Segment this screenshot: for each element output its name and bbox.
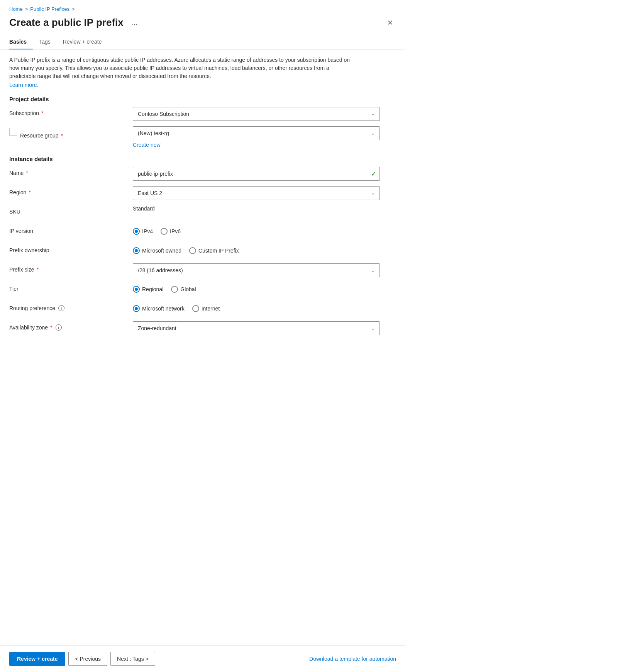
breadcrumb-sep1: > — [25, 6, 28, 12]
az-chevron-icon: ⌄ — [371, 326, 375, 331]
prefix-ownership-row: Prefix ownership Microsoft owned Custom … — [9, 244, 396, 258]
tier-label: Tier — [9, 283, 133, 292]
tier-row: Tier Regional Global — [9, 283, 396, 297]
availability-zone-select[interactable]: Zone-redundant ⌄ — [133, 321, 380, 335]
rg-chevron-icon: ⌄ — [371, 131, 375, 136]
subscription-select[interactable]: Contoso Subscription ⌄ — [133, 107, 380, 121]
prefix-size-label: Prefix size * — [9, 263, 133, 273]
rg-indent-decoration — [9, 128, 17, 136]
subscription-row: Subscription * Contoso Subscription ⌄ — [9, 107, 396, 121]
region-control: East US 2 ⌄ — [133, 186, 380, 200]
global-label: Global — [180, 286, 196, 292]
internet-label: Internet — [202, 305, 220, 312]
prefix-ownership-custom-option[interactable]: Custom IP Prefix — [189, 247, 239, 254]
routing-preference-radio-group: Microsoft network Internet — [133, 302, 380, 312]
name-control: ✓ — [133, 167, 380, 181]
microsoft-owned-radio-circle[interactable] — [133, 247, 140, 254]
microsoft-network-radio-circle[interactable] — [133, 305, 140, 312]
custom-ip-prefix-radio-circle[interactable] — [189, 247, 196, 254]
prefix-ownership-microsoft-option[interactable]: Microsoft owned — [133, 247, 181, 254]
prefix-size-select[interactable]: /28 (16 addresses) ⌄ — [133, 263, 380, 277]
availability-zone-info-icon[interactable]: i — [56, 324, 62, 331]
tier-regional-option[interactable]: Regional — [133, 286, 163, 293]
ipv4-radio-circle[interactable] — [133, 228, 140, 235]
prefix-size-value: /28 (16 addresses) — [138, 267, 183, 273]
create-new-link[interactable]: Create new — [133, 142, 380, 148]
tier-global-option[interactable]: Global — [171, 286, 196, 293]
prefix-size-chevron-icon: ⌄ — [371, 268, 375, 273]
microsoft-network-label: Microsoft network — [142, 305, 185, 312]
routing-preference-row: Routing preference i Microsoft network I… — [9, 302, 396, 316]
breadcrumb-prefixes[interactable]: Public IP Prefixes — [30, 6, 69, 12]
close-button[interactable]: ✕ — [384, 17, 396, 29]
prefix-ownership-radio-group: Microsoft owned Custom IP Prefix — [133, 244, 380, 254]
prefix-size-row: Prefix size * /28 (16 addresses) ⌄ — [9, 263, 396, 277]
page-title: Create a public IP prefix — [9, 17, 124, 29]
region-row: Region * East US 2 ⌄ — [9, 186, 396, 200]
resource-group-select[interactable]: (New) test-rg ⌄ — [133, 126, 380, 140]
availability-zone-control: Zone-redundant ⌄ — [133, 321, 380, 335]
routing-internet-option[interactable]: Internet — [192, 305, 220, 312]
tab-basics[interactable]: Basics — [9, 35, 33, 49]
global-radio-circle[interactable] — [171, 286, 178, 293]
page-header: Create a public IP prefix ... ✕ — [0, 15, 405, 35]
routing-preference-control: Microsoft network Internet — [133, 302, 380, 312]
sku-value: Standard — [133, 202, 155, 212]
learn-more-link[interactable]: Learn more. — [9, 82, 38, 88]
form-content: A Public IP prefix is a range of contigu… — [0, 56, 405, 350]
sku-label: SKU — [9, 205, 133, 215]
sku-row: SKU Standard — [9, 205, 396, 219]
microsoft-owned-label: Microsoft owned — [142, 248, 181, 254]
subscription-value: Contoso Subscription — [138, 111, 189, 117]
subscription-chevron-icon: ⌄ — [371, 111, 375, 117]
region-select[interactable]: East US 2 ⌄ — [133, 186, 380, 200]
name-valid-icon: ✓ — [371, 170, 376, 178]
routing-preference-label: Routing preference i — [9, 302, 133, 311]
subscription-label: Subscription * — [9, 107, 133, 116]
ipv6-radio-circle[interactable] — [161, 228, 168, 235]
subscription-control: Contoso Subscription ⌄ — [133, 107, 380, 121]
prefix-size-required: * — [37, 266, 39, 273]
ipv6-label: IPv6 — [170, 228, 181, 234]
regional-radio-circle[interactable] — [133, 286, 140, 293]
resource-group-row: Resource group * (New) test-rg ⌄ Create … — [9, 126, 396, 148]
name-required: * — [26, 170, 28, 176]
prefix-ownership-control: Microsoft owned Custom IP Prefix — [133, 244, 380, 254]
internet-radio-circle[interactable] — [192, 305, 199, 312]
ellipsis-button[interactable]: ... — [128, 17, 141, 29]
prefix-size-control: /28 (16 addresses) ⌄ — [133, 263, 380, 277]
name-input[interactable] — [133, 167, 380, 181]
availability-zone-value: Zone-redundant — [138, 325, 176, 331]
tier-control: Regional Global — [133, 283, 380, 293]
region-required: * — [29, 189, 30, 195]
ip-version-radio-group: IPv4 IPv6 — [133, 225, 380, 235]
availability-zone-label: Availability zone * i — [9, 321, 133, 331]
rg-required: * — [61, 132, 63, 139]
ip-version-control: IPv4 IPv6 — [133, 225, 380, 235]
name-label: Name * — [9, 167, 133, 176]
routing-preference-info-icon[interactable]: i — [58, 305, 64, 311]
regional-label: Regional — [142, 286, 163, 292]
resource-group-label-wrapper: Resource group * — [9, 126, 133, 139]
az-required: * — [50, 324, 52, 331]
subscription-required: * — [41, 110, 43, 116]
tab-tags[interactable]: Tags — [39, 35, 57, 49]
ip-version-row: IP version IPv4 IPv6 — [9, 225, 396, 239]
prefix-ownership-label: Prefix ownership — [9, 244, 133, 253]
breadcrumb-sep2: > — [72, 6, 75, 12]
project-details-heading: Project details — [9, 96, 396, 102]
resource-group-label: Resource group * — [20, 129, 144, 139]
tab-review-create[interactable]: Review + create — [63, 35, 108, 49]
ip-version-ipv6-option[interactable]: IPv6 — [161, 228, 181, 235]
ipv4-label: IPv4 — [142, 228, 153, 234]
name-row: Name * ✓ — [9, 167, 396, 181]
resource-group-value: (New) test-rg — [138, 130, 169, 136]
breadcrumb: Home > Public IP Prefixes > — [0, 0, 405, 15]
availability-zone-row: Availability zone * i Zone-redundant ⌄ — [9, 321, 396, 335]
region-value: East US 2 — [138, 190, 162, 196]
routing-microsoft-option[interactable]: Microsoft network — [133, 305, 185, 312]
region-label: Region * — [9, 186, 133, 195]
ip-version-ipv4-option[interactable]: IPv4 — [133, 228, 153, 235]
breadcrumb-home[interactable]: Home — [9, 6, 23, 12]
instance-details-heading: Instance details — [9, 156, 396, 162]
